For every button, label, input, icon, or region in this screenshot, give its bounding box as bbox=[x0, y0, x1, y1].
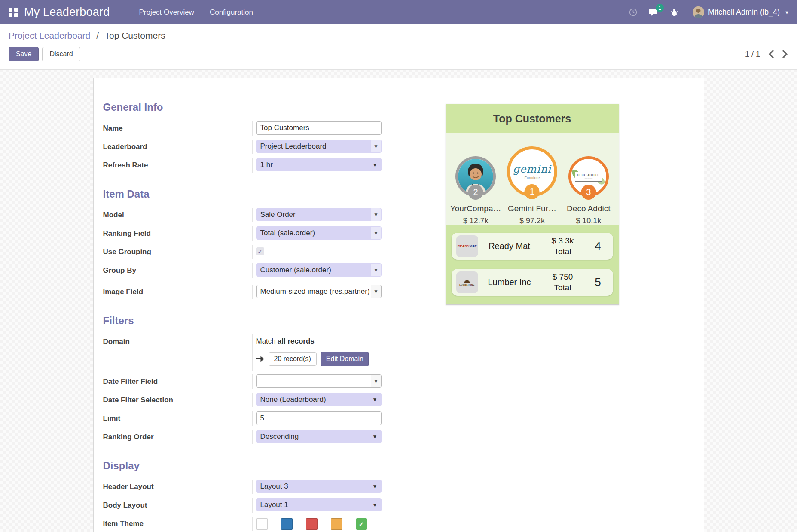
domain-label: Domain bbox=[103, 334, 252, 371]
rank-badge: 3 bbox=[581, 185, 596, 200]
dropdown-caret-icon[interactable]: ▼ bbox=[371, 375, 381, 387]
section-item-data: Item Data Model Sale Order ▼ Ranking Fie… bbox=[103, 188, 392, 299]
header-layout-select[interactable]: Layout 3 ▼ bbox=[256, 480, 382, 493]
messages-count-badge: 1 bbox=[656, 4, 664, 12]
body-layout-select[interactable]: Layout 1 ▼ bbox=[256, 498, 382, 511]
domain-match-text: Matchall records bbox=[256, 334, 392, 346]
pager: 1 / 1 bbox=[745, 50, 788, 59]
control-panel: Project Leaderboard / Top Customers Save… bbox=[0, 24, 797, 70]
section-title-general-info: General Info bbox=[103, 101, 392, 113]
section-title-item-data: Item Data bbox=[103, 188, 392, 200]
podium-avatar-ring: 2 bbox=[455, 156, 496, 197]
section-title-display: Display bbox=[103, 460, 392, 472]
breadcrumb-parent-link[interactable]: Project Leaderboard bbox=[9, 30, 90, 40]
section-title-filters: Filters bbox=[103, 315, 392, 327]
pager-previous-button[interactable] bbox=[768, 50, 774, 58]
breadcrumb: Project Leaderboard / Top Customers bbox=[9, 30, 788, 41]
item-theme-swatches: ✓ ✓ ✓ ✓ ✓ bbox=[256, 517, 392, 530]
podium-entry-rank3: DECO ADDICT— — — — — 3 Deco Addict $ 10.… bbox=[561, 133, 617, 225]
app-brand[interactable]: My Leaderboard bbox=[24, 6, 110, 19]
theme-swatch-white[interactable]: ✓ bbox=[256, 518, 268, 530]
item-theme-label: Item Theme bbox=[103, 517, 252, 531]
podium-entry-rank2: 2 YourCompa… $ 12.7k bbox=[448, 133, 504, 225]
model-field[interactable]: Sale Order ▼ bbox=[256, 208, 382, 221]
messages-icon[interactable]: 1 bbox=[649, 8, 659, 17]
list-item-rank: 4 bbox=[591, 240, 605, 253]
user-menu[interactable]: Mitchell Admin (lb_4) ▼ bbox=[693, 6, 789, 18]
save-button[interactable]: Save bbox=[9, 47, 39, 61]
use-grouping-checkbox[interactable]: ✓ bbox=[256, 247, 264, 255]
preview-podium: 2 YourCompa… $ 12.7k gemini Furnit bbox=[446, 133, 619, 225]
name-input[interactable] bbox=[256, 121, 382, 135]
menu-configuration[interactable]: Configuration bbox=[204, 4, 259, 21]
body-layout-label: Body Layout bbox=[103, 498, 252, 513]
limit-input[interactable] bbox=[256, 411, 382, 425]
menu-project-overview[interactable]: Project Overview bbox=[133, 4, 200, 21]
dropdown-caret-icon: ▼ bbox=[373, 483, 381, 489]
podium-name: YourCompa… bbox=[450, 204, 501, 213]
dropdown-caret-icon: ▼ bbox=[373, 434, 381, 440]
podium-value: $ 97.2k bbox=[519, 216, 545, 225]
theme-swatch-red[interactable]: ✓ bbox=[306, 518, 318, 530]
podium-value: $ 10.1k bbox=[576, 216, 601, 225]
rank-badge: 2 bbox=[468, 185, 483, 200]
image-field-label: Image Field bbox=[103, 285, 252, 299]
podium-value: $ 12.7k bbox=[463, 216, 489, 225]
dropdown-caret-icon[interactable]: ▼ bbox=[371, 264, 381, 276]
top-navbar: My Leaderboard Project Overview Configur… bbox=[0, 0, 797, 24]
list-item-name: Ready Mat bbox=[484, 241, 535, 251]
dropdown-caret-icon[interactable]: ▼ bbox=[371, 140, 381, 152]
podium-name: Gemini Fur… bbox=[508, 204, 556, 213]
list-item: READYMAT Ready Mat $ 3.3k Total 4 bbox=[452, 233, 613, 260]
ranking-order-label: Ranking Order bbox=[103, 430, 252, 444]
activities-clock-icon[interactable] bbox=[629, 8, 638, 17]
theme-swatch-orange[interactable]: ✓ bbox=[331, 518, 342, 530]
user-avatar bbox=[693, 6, 704, 18]
pager-next-button[interactable] bbox=[782, 50, 788, 58]
list-item-name: Lumber Inc bbox=[484, 277, 535, 287]
debug-bug-icon[interactable] bbox=[670, 8, 679, 17]
podium-avatar-ring: gemini Furniture 1 bbox=[507, 146, 557, 197]
edit-domain-button[interactable]: Edit Domain bbox=[321, 352, 369, 366]
date-filter-selection-select[interactable]: None (Leaderboard) ▼ bbox=[256, 393, 382, 406]
theme-swatch-blue[interactable]: ✓ bbox=[281, 518, 293, 530]
list-item: LUMBER INC Lumber Inc $ 750 Total 5 bbox=[452, 269, 613, 296]
user-name: Mitchell Admin (lb_4) bbox=[708, 8, 780, 17]
dropdown-caret-icon: ▼ bbox=[373, 397, 381, 403]
leaderboard-field[interactable]: Project Leaderboard ▼ bbox=[256, 140, 382, 153]
refresh-rate-select[interactable]: 1 hr ▼ bbox=[256, 158, 382, 171]
leaderboard-label: Leaderboard bbox=[103, 140, 252, 154]
date-filter-field-field[interactable]: ▼ bbox=[256, 374, 382, 388]
dropdown-caret-icon[interactable]: ▼ bbox=[371, 227, 381, 239]
dropdown-caret-icon[interactable]: ▼ bbox=[371, 208, 381, 221]
refresh-rate-label: Refresh Rate bbox=[103, 158, 252, 173]
list-item-value: $ 3.3k Total bbox=[535, 236, 591, 257]
apps-grid-icon[interactable] bbox=[9, 8, 18, 17]
theme-swatch-green[interactable]: ✓ bbox=[356, 518, 367, 530]
group-by-label: Group By bbox=[103, 263, 252, 278]
breadcrumb-separator: / bbox=[96, 30, 99, 40]
leaderboard-preview-card: Top Customers 2 YourCompa… bbox=[446, 104, 619, 305]
records-count-button[interactable]: 20 record(s) bbox=[269, 352, 317, 366]
limit-label: Limit bbox=[103, 411, 252, 426]
section-general-info: General Info Name Leaderboard Project Le… bbox=[103, 101, 392, 173]
lumber-inc-logo: LUMBER INC bbox=[456, 271, 478, 293]
date-filter-field-label: Date Filter Field bbox=[103, 374, 252, 389]
date-filter-selection-label: Date Filter Selection bbox=[103, 393, 252, 407]
dropdown-caret-icon[interactable]: ▼ bbox=[371, 285, 381, 298]
ranking-order-select[interactable]: Descending ▼ bbox=[256, 430, 382, 443]
rank-badge: 1 bbox=[525, 184, 540, 199]
group-by-field[interactable]: Customer (sale.order) ▼ bbox=[256, 263, 382, 277]
preview-title: Top Customers bbox=[446, 104, 619, 133]
ready-mat-logo: READYMAT bbox=[456, 235, 478, 257]
ranking-field-field[interactable]: Total (sale.order) ▼ bbox=[256, 226, 382, 240]
discard-button[interactable]: Discard bbox=[42, 47, 80, 61]
image-field-field[interactable]: Medium-sized image (res.partner) ▼ bbox=[256, 285, 382, 298]
systray: 1 Mitchell Admin (lb_4) ▼ bbox=[629, 6, 789, 18]
domain-arrow-icon bbox=[256, 356, 264, 362]
pager-count: 1 / 1 bbox=[745, 50, 760, 59]
podium-entry-rank1: gemini Furniture 1 Gemini Fur… $ 97.2k bbox=[504, 133, 560, 225]
form-sheet: General Info Name Leaderboard Project Le… bbox=[93, 78, 704, 532]
podium-avatar-ring: DECO ADDICT— — — — — 3 bbox=[568, 156, 609, 197]
section-filters: Filters Domain Matchall records 20 recor… bbox=[103, 315, 392, 444]
